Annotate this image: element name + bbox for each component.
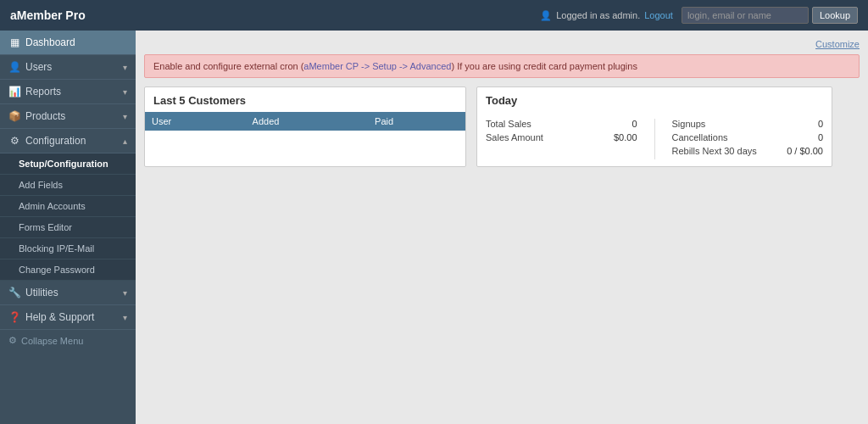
today-row-sales-amount: Sales Amount $0.00 <box>486 132 637 142</box>
chart-icon: 📊 <box>8 86 20 98</box>
box-icon: 📦 <box>8 110 20 122</box>
sidebar-item-utilities[interactable]: 🔧 Utilities ▾ <box>0 281 136 305</box>
subitem-setup-label: Setup/Configuration <box>19 159 108 169</box>
header: aMember Pro 👤 Logged in as admin. Logout… <box>0 0 868 31</box>
rebills-label: Rebills Next 30 days <box>672 146 757 156</box>
subitem-blocking-label: Blocking IP/E-Mail <box>19 243 94 254</box>
customize-bar: Customize <box>144 39 860 49</box>
chevron-up-icon: ▴ <box>123 137 127 146</box>
sidebar-label-users: Users <box>25 61 52 73</box>
alert-text: Enable and configure external cron ( <box>153 61 303 71</box>
chevron-down-icon: ▾ <box>123 112 127 121</box>
rebills-value: 0 / $0.00 <box>787 146 823 156</box>
sidebar-subitem-add-fields[interactable]: Add Fields <box>0 175 136 196</box>
cancellations-value: 0 <box>818 132 823 142</box>
alert-link[interactable]: aMember CP -> Setup -> Advanced <box>303 61 451 71</box>
sidebar-label-utilities: Utilities <box>25 287 58 298</box>
sidebar-item-help-support[interactable]: ❓ Help & Support ▾ <box>0 305 136 330</box>
chevron-down-icon: ▾ <box>123 63 127 72</box>
today-row-signups: Signups 0 <box>672 119 824 129</box>
col-paid: Paid <box>368 112 465 131</box>
customers-table: User Added Paid <box>145 112 465 131</box>
sidebar-label-configuration: Configuration <box>25 135 86 147</box>
chevron-down-icon: ▾ <box>123 313 127 322</box>
layout: ▦ Dashboard 👤 Users ▾ 📊 Reports ▾ 📦 Pro <box>0 31 868 424</box>
help-icon: ❓ <box>8 311 20 323</box>
today-inner: Total Sales 0 Sales Amount $0.00 Signups… <box>477 112 832 166</box>
last-customers-panel: Last 5 Customers User Added Paid <box>144 86 466 167</box>
lookup-button[interactable]: Lookup <box>812 7 858 24</box>
panels-row: Last 5 Customers User Added Paid <box>144 86 860 167</box>
customize-link[interactable]: Customize <box>815 39 860 49</box>
sales-amount-label: Sales Amount <box>486 132 543 142</box>
header-right: 👤 Logged in as admin. Logout Lookup <box>540 7 858 24</box>
sidebar-subitem-forms-editor[interactable]: Forms Editor <box>0 217 136 238</box>
sidebar-item-users[interactable]: 👤 Users ▾ <box>0 55 136 80</box>
sidebar-subitem-admin-accounts[interactable]: Admin Accounts <box>0 196 136 217</box>
today-panel: Today Total Sales 0 Sales Amount $0.00 <box>476 86 832 167</box>
today-right: Signups 0 Cancellations 0 Rebills Next 3… <box>672 119 824 159</box>
today-left: Total Sales 0 Sales Amount $0.00 <box>486 119 637 159</box>
total-sales-label: Total Sales <box>486 119 531 129</box>
sidebar-item-products[interactable]: 📦 Products ▾ <box>0 104 136 129</box>
collapse-menu[interactable]: ⚙ Collapse Menu <box>0 330 136 351</box>
collapse-icon: ⚙ <box>8 335 17 346</box>
collapse-label: Collapse Menu <box>21 336 83 346</box>
cancellations-label: Cancellations <box>672 132 728 142</box>
signups-label: Signups <box>672 119 706 129</box>
main-content: Customize Enable and configure external … <box>136 31 868 424</box>
wrench-icon: 🔧 <box>8 287 20 298</box>
gear-icon: ⚙ <box>8 135 20 147</box>
logged-in-label: Logged in as admin. <box>556 10 640 20</box>
col-user: User <box>145 112 246 131</box>
sidebar-subitem-blocking-ip[interactable]: Blocking IP/E-Mail <box>0 238 136 259</box>
sidebar-subitem-change-password[interactable]: Change Password <box>0 259 136 281</box>
sidebar-item-dashboard[interactable]: ▦ Dashboard <box>0 31 136 55</box>
sidebar-label-help-support: Help & Support <box>25 311 94 323</box>
grid-icon: ▦ <box>8 36 20 48</box>
user-info: 👤 Logged in as admin. Logout <box>540 10 673 21</box>
today-row-total-sales: Total Sales 0 <box>486 119 637 129</box>
user-icon: 👤 <box>540 10 552 21</box>
alert-banner: Enable and configure external cron (aMem… <box>144 54 860 78</box>
last-customers-title: Last 5 Customers <box>145 87 465 112</box>
subitem-admin-accounts-label: Admin Accounts <box>19 201 86 211</box>
subitem-forms-editor-label: Forms Editor <box>19 222 72 232</box>
logout-link[interactable]: Logout <box>644 10 673 20</box>
sales-amount-value: $0.00 <box>614 132 637 142</box>
sidebar-item-configuration[interactable]: ⚙ Configuration ▴ <box>0 129 136 153</box>
sidebar-subitem-setup[interactable]: Setup/Configuration <box>0 153 136 175</box>
today-row-cancellations: Cancellations 0 <box>672 132 824 142</box>
subitem-add-fields-label: Add Fields <box>19 180 63 190</box>
sidebar-item-reports[interactable]: 📊 Reports ▾ <box>0 80 136 104</box>
sidebar-label-reports: Reports <box>25 86 61 98</box>
col-added: Added <box>246 112 368 131</box>
subitem-change-password-label: Change Password <box>19 265 95 275</box>
alert-text2: ) If you are using credit card payment p… <box>451 61 637 71</box>
total-sales-value: 0 <box>632 119 637 129</box>
signups-value: 0 <box>818 119 823 129</box>
sidebar-label-products: Products <box>25 110 65 122</box>
sidebar: ▦ Dashboard 👤 Users ▾ 📊 Reports ▾ 📦 Pro <box>0 31 136 424</box>
today-divider <box>654 119 655 159</box>
search-box: Lookup <box>682 7 858 24</box>
user-icon: 👤 <box>8 61 20 73</box>
chevron-down-icon: ▾ <box>123 87 127 97</box>
chevron-down-icon: ▾ <box>123 288 127 298</box>
today-row-rebills: Rebills Next 30 days 0 / $0.00 <box>672 146 824 156</box>
today-title: Today <box>477 87 832 112</box>
app-logo: aMember Pro <box>10 8 86 22</box>
sidebar-label-dashboard: Dashboard <box>25 36 75 48</box>
search-input[interactable] <box>682 7 809 24</box>
